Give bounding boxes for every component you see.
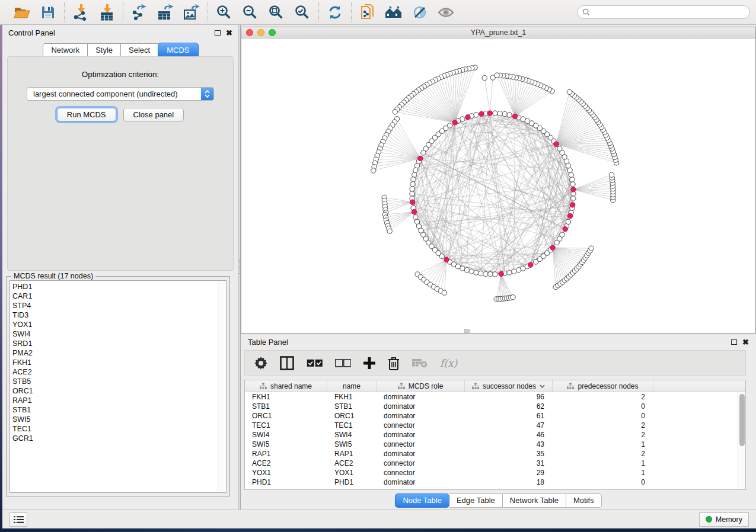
cell-role: connector bbox=[377, 468, 465, 477]
column-header-MCDS-role[interactable]: MCDS role bbox=[377, 380, 465, 392]
tab-select[interactable]: Select bbox=[121, 43, 158, 57]
close-panel-button[interactable]: Close panel bbox=[123, 108, 184, 121]
mcds-result-item[interactable]: RAP1 bbox=[12, 396, 216, 405]
column-header-successor-nodes[interactable]: successor nodes bbox=[465, 380, 553, 392]
zoom-selected-icon[interactable] bbox=[294, 4, 311, 21]
table-row[interactable]: YOX1YOX1connector291 bbox=[245, 468, 738, 477]
cell-successors: 18 bbox=[465, 477, 553, 487]
mcds-result-item[interactable]: PMA2 bbox=[12, 348, 216, 358]
export-image-icon[interactable] bbox=[183, 4, 200, 21]
toggle-bird-view-icon[interactable] bbox=[411, 4, 429, 21]
optimization-criterion-select[interactable]: largest connected component (undirected) bbox=[27, 87, 214, 101]
mcds-result-list[interactable]: PHD1CAR1STP4TID3YOX1SWI4SRD1PMA2FKH1ACE2… bbox=[9, 280, 227, 493]
table-scrollbar[interactable] bbox=[738, 392, 745, 489]
mcds-result-item[interactable]: ACE2 bbox=[12, 367, 216, 377]
zoom-in-icon[interactable] bbox=[215, 4, 233, 21]
deselect-all-icon[interactable] bbox=[335, 354, 351, 372]
close-panel-icon[interactable]: ✖ bbox=[742, 338, 749, 346]
open-file-icon[interactable] bbox=[13, 4, 31, 21]
import-network-icon[interactable] bbox=[72, 4, 90, 21]
mcds-result-item[interactable]: STP4 bbox=[12, 301, 216, 310]
mcds-list-scrollbar[interactable] bbox=[218, 281, 225, 492]
delete-table-icon[interactable] bbox=[412, 354, 428, 372]
tab-motifs[interactable]: Motifs bbox=[566, 493, 602, 508]
table-row[interactable]: TEC1TEC1connector472 bbox=[245, 421, 738, 430]
main-view-area: YPA_prune.txt_1 Table Panel ✖ bbox=[241, 25, 756, 509]
tab-network-table[interactable]: Network Table bbox=[503, 493, 566, 508]
memory-button[interactable]: Memory bbox=[699, 512, 749, 527]
save-session-icon[interactable] bbox=[39, 4, 57, 21]
mcds-result-item[interactable]: FKH1 bbox=[12, 358, 216, 367]
hierarchy-icon bbox=[567, 383, 574, 389]
mcds-result-item[interactable]: TID3 bbox=[12, 310, 216, 320]
tab-node-table[interactable]: Node Table bbox=[395, 493, 449, 508]
search-input[interactable] bbox=[593, 8, 745, 17]
show-column-icon[interactable] bbox=[280, 354, 294, 372]
cell-name: YOX1 bbox=[327, 468, 377, 477]
show-hide-graphics-icon[interactable] bbox=[437, 4, 455, 21]
float-panel-icon[interactable] bbox=[215, 30, 221, 36]
column-header-name[interactable]: name bbox=[327, 380, 377, 392]
table-row[interactable]: PHD1PHD1dominator180 bbox=[245, 477, 738, 487]
import-table-icon[interactable] bbox=[98, 4, 116, 21]
network-canvas[interactable] bbox=[241, 39, 755, 333]
network-nodes[interactable] bbox=[371, 65, 619, 302]
table-row[interactable]: RAP1RAP1dominator352 bbox=[245, 449, 738, 459]
cell-predecessors: 2 bbox=[553, 449, 653, 459]
export-table-icon[interactable] bbox=[157, 4, 174, 21]
table-row[interactable]: SWI5SWI5connector431 bbox=[245, 440, 738, 449]
mcds-result-item[interactable]: STB1 bbox=[12, 405, 216, 415]
network-graph[interactable] bbox=[241, 39, 755, 333]
splitter-grip[interactable] bbox=[239, 259, 240, 274]
tab-style[interactable]: Style bbox=[88, 43, 121, 57]
float-panel-icon[interactable] bbox=[731, 339, 737, 345]
search-networks-icon[interactable] bbox=[385, 4, 403, 21]
search-box[interactable] bbox=[577, 5, 750, 19]
table-row[interactable]: SWI4SWI4dominator462 bbox=[245, 430, 738, 440]
memory-status-icon bbox=[706, 516, 712, 523]
canvas-splitter-handle[interactable] bbox=[464, 329, 470, 333]
column-header-predecessor-nodes[interactable]: predecessor nodes bbox=[553, 380, 653, 392]
table-row[interactable]: ORC1ORC1dominator610 bbox=[245, 411, 738, 421]
optimization-criterion-label: Optimization criterion: bbox=[8, 70, 233, 79]
add-column-icon[interactable] bbox=[363, 354, 375, 372]
close-panel-icon[interactable]: ✖ bbox=[226, 29, 232, 37]
table-row[interactable]: ACE2ACE2connector311 bbox=[245, 459, 738, 468]
mcds-result-item[interactable]: ORC1 bbox=[12, 386, 216, 396]
mcds-result-item[interactable]: CAR1 bbox=[12, 291, 216, 301]
mcds-result-item[interactable]: GCR1 bbox=[12, 434, 216, 443]
settings-gear-icon[interactable] bbox=[254, 354, 267, 372]
mcds-result-item[interactable]: STB5 bbox=[12, 377, 216, 386]
delete-column-icon[interactable] bbox=[388, 354, 400, 372]
cell-empty bbox=[653, 477, 738, 487]
mcds-result-item[interactable]: PHD1 bbox=[12, 282, 216, 291]
mcds-result-item[interactable]: SRD1 bbox=[12, 339, 216, 348]
duplicate-network-icon[interactable] bbox=[359, 4, 377, 21]
control-panel: Control Panel ✖ NetworkStyleSelectMCDS O… bbox=[2, 25, 238, 509]
table-row[interactable]: STB1STB1dominator620 bbox=[245, 402, 738, 411]
mcds-result-item[interactable]: TEC1 bbox=[12, 424, 216, 434]
node-table[interactable]: shared namenameMCDS rolesuccessor nodesp… bbox=[244, 380, 746, 490]
function-builder-icon[interactable]: f(x) bbox=[440, 354, 457, 372]
run-mcds-button[interactable]: Run MCDS bbox=[57, 108, 116, 121]
tab-network[interactable]: Network bbox=[43, 43, 88, 57]
select-all-icon[interactable] bbox=[307, 354, 323, 372]
mcds-result-item[interactable]: SWI5 bbox=[12, 415, 216, 424]
refresh-icon[interactable] bbox=[326, 4, 344, 21]
column-header-shared-name[interactable]: shared name bbox=[245, 380, 327, 392]
cell-predecessors: 2 bbox=[553, 421, 653, 430]
show-panels-button[interactable] bbox=[9, 512, 27, 527]
export-network-icon[interactable] bbox=[130, 4, 148, 21]
network-window-titlebar[interactable]: YPA_prune.txt_1 bbox=[241, 27, 755, 39]
mcds-result-item[interactable]: YOX1 bbox=[12, 320, 216, 329]
table-panel-title: Table Panel bbox=[248, 338, 288, 347]
tab-edge-table[interactable]: Edge Table bbox=[449, 493, 503, 508]
cell-name: ACE2 bbox=[327, 459, 377, 468]
mcds-result-item[interactable]: SWI4 bbox=[12, 329, 216, 339]
table-scrollbar-thumb[interactable] bbox=[739, 394, 745, 446]
zoom-fit-icon[interactable] bbox=[267, 4, 285, 21]
table-row[interactable]: FKH1FKH1dominator962 bbox=[245, 392, 738, 402]
select-stepper-icon bbox=[201, 87, 213, 101]
status-bar: Memory bbox=[2, 509, 756, 528]
zoom-out-icon[interactable] bbox=[241, 4, 259, 21]
